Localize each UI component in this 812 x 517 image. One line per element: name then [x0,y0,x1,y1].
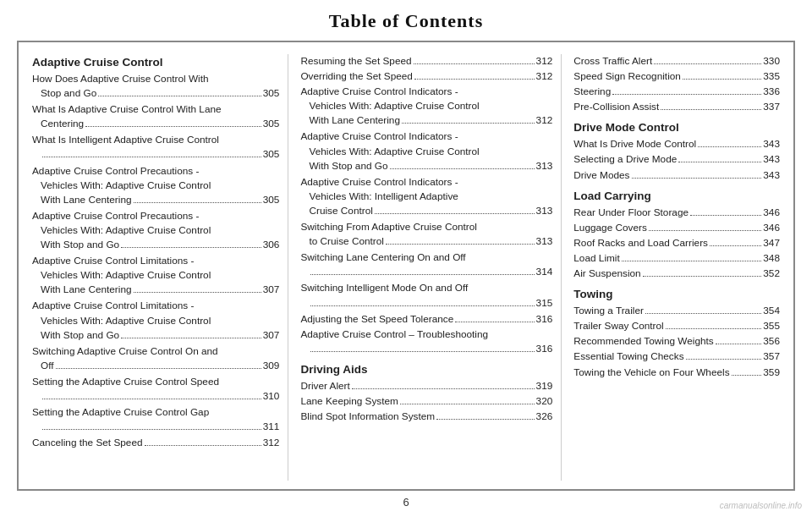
list-item: Setting the Adaptive Cruise Control Spee… [32,375,279,404]
list-item: Adaptive Cruise Control Precautions - Ve… [32,209,279,252]
list-item: Cross Traffic Alert 330 [573,54,780,69]
list-item: Rear Under Floor Storage 346 [573,206,780,220]
content-box: Adaptive Cruise Control How Does Adaptiv… [17,41,795,491]
list-item: Towing a Trailer 354 [573,304,780,318]
heading-adaptive-cruise-control: Adaptive Cruise Control [32,56,279,69]
list-item: Pre-Collision Assist 337 [573,100,780,114]
list-item: Blind Spot Information System 326 [300,410,552,424]
list-item: Adaptive Cruise Control Precautions - Ve… [32,164,279,207]
list-item: What Is Intelligent Adaptive Cruise Cont… [32,133,279,162]
list-item: Adaptive Cruise Control Limitations - Ve… [32,254,279,297]
heading-towing: Towing [573,288,780,300]
list-item: Speed Sign Recognition 335 [573,69,780,84]
list-item: Steering 336 [573,85,780,99]
page-wrapper: Table of Contents Adaptive Cruise Contro… [0,0,812,517]
page-title: Table of Contents [329,10,483,32]
heading-driving-aids: Driving Aids [300,363,552,376]
list-item: Adaptive Cruise Control Indicators - Veh… [300,85,552,128]
list-item: Load Limit 348 [573,251,780,266]
list-item: Canceling the Set Speed 312 [32,436,279,450]
list-item: What Is Adaptive Cruise Control With Lan… [32,102,279,131]
heading-drive-mode-control: Drive Mode Control [573,121,780,134]
list-item: Switching Intelligent Mode On and Off 31… [300,281,552,310]
list-item: What Is Drive Mode Control 343 [573,137,780,151]
list-item: Towing the Vehicle on Four Wheels 359 [573,366,780,380]
list-item: Overriding the Set Speed 312 [300,69,552,84]
list-item: Setting the Adaptive Cruise Control Gap … [32,405,279,434]
list-item: Resuming the Set Speed 312 [300,54,552,69]
column-1: Adaptive Cruise Control How Does Adaptiv… [32,54,288,481]
page-number: 6 [403,496,409,509]
list-item: Driver Alert 319 [300,379,552,393]
list-item: Switching Lane Centering On and Off 314 [300,250,552,279]
list-item: Switching From Adaptive Cruise Control t… [300,220,552,249]
list-item: Selecting a Drive Mode 343 [573,152,780,167]
column-2: Resuming the Set Speed 312 Overriding th… [288,54,562,481]
list-item: Adaptive Cruise Control – Troubleshootin… [300,327,552,356]
list-item: Luggage Covers 346 [573,221,780,235]
list-item: Adjusting the Set Speed Tolerance 316 [300,312,552,327]
watermark: carmanualsonline.info [720,501,802,510]
list-item: Air Suspension 352 [573,267,780,281]
list-item: Adaptive Cruise Control Indicators - Veh… [300,175,552,218]
list-item: Recommended Towing Weights 356 [573,334,780,349]
list-item: Lane Keeping System 320 [300,394,552,409]
list-item: Adaptive Cruise Control Limitations - Ve… [32,299,279,342]
list-item: Essential Towing Checks 357 [573,349,780,364]
list-item: Trailer Sway Control 355 [573,319,780,333]
list-item: Switching Adaptive Cruise Control On and… [32,344,279,373]
column-3: Cross Traffic Alert 330 Speed Sign Recog… [562,54,780,481]
list-item: How Does Adaptive Cruise Control With St… [32,72,279,101]
list-item: Adaptive Cruise Control Indicators - Veh… [300,129,552,173]
list-item: Roof Racks and Load Carriers 347 [573,236,780,250]
list-item: Drive Modes 343 [573,168,780,183]
heading-load-carrying: Load Carrying [573,190,780,202]
